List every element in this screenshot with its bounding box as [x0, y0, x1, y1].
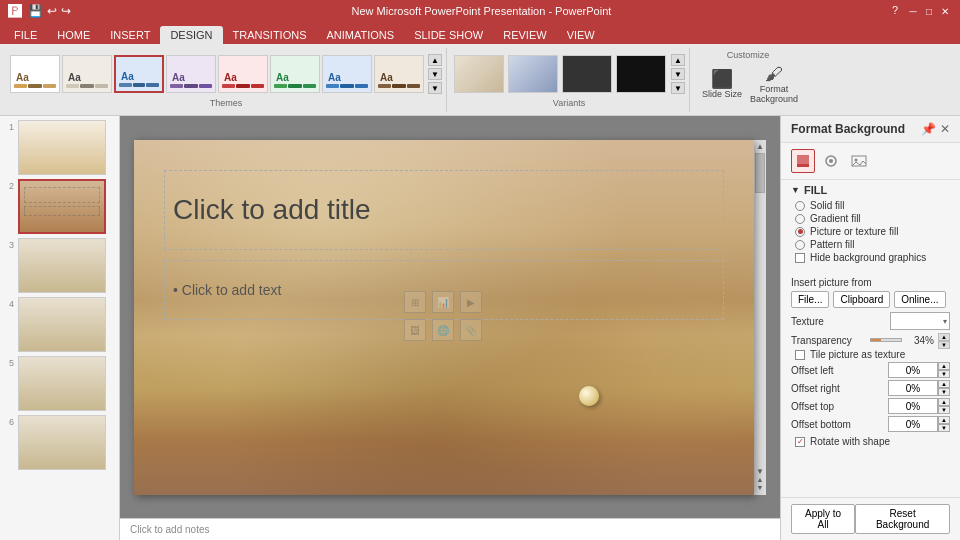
- restore-btn[interactable]: □: [922, 4, 936, 18]
- fill-icon-btn[interactable]: [791, 149, 815, 173]
- offset-right-up[interactable]: ▲: [938, 380, 950, 388]
- slide-preview-2[interactable]: [18, 179, 106, 234]
- undo-icon[interactable]: ↩: [47, 4, 57, 18]
- scroll-thumb[interactable]: [755, 153, 765, 193]
- offset-bottom-spinner[interactable]: ▲ ▼: [938, 416, 950, 432]
- offset-left-spinner[interactable]: ▲ ▼: [938, 362, 950, 378]
- theme-2[interactable]: Aa: [62, 55, 112, 93]
- offset-top-up[interactable]: ▲: [938, 398, 950, 406]
- variants-scroll-up[interactable]: ▲: [671, 54, 685, 66]
- themes-scroll-down[interactable]: ▼: [428, 68, 442, 80]
- offset-bottom-input[interactable]: 0%: [888, 416, 938, 432]
- slide-preview-4[interactable]: [18, 297, 106, 352]
- offset-left-down[interactable]: ▼: [938, 370, 950, 378]
- transparency-up[interactable]: ▲: [938, 333, 950, 341]
- themes-more[interactable]: ▼: [428, 82, 442, 94]
- slide-preview-5[interactable]: [18, 356, 106, 411]
- transparency-down[interactable]: ▼: [938, 341, 950, 349]
- slide-thumb-4[interactable]: 4: [4, 297, 115, 352]
- tab-animations[interactable]: ANIMATIONS: [317, 26, 405, 44]
- offset-left-up[interactable]: ▲: [938, 362, 950, 370]
- online-btn[interactable]: Online...: [894, 291, 945, 308]
- pan-up[interactable]: ▲: [757, 476, 764, 483]
- redo-icon[interactable]: ↪: [61, 4, 71, 18]
- variants-scroll-down[interactable]: ▼: [671, 68, 685, 80]
- texture-dropdown[interactable]: ▾: [890, 312, 950, 330]
- theme-6[interactable]: Aa: [270, 55, 320, 93]
- offset-top-down[interactable]: ▼: [938, 406, 950, 414]
- file-btn[interactable]: File...: [791, 291, 829, 308]
- offset-top-spinner[interactable]: ▲ ▼: [938, 398, 950, 414]
- tab-slideshow[interactable]: SLIDE SHOW: [404, 26, 493, 44]
- theme-7[interactable]: Aa: [322, 55, 372, 93]
- theme-8[interactable]: Aa: [374, 55, 424, 93]
- offset-right-down[interactable]: ▼: [938, 388, 950, 396]
- offset-bottom-up[interactable]: ▲: [938, 416, 950, 424]
- close-btn[interactable]: ✕: [938, 4, 952, 18]
- help-btn[interactable]: ?: [892, 4, 898, 18]
- transparency-slider[interactable]: [870, 338, 902, 342]
- pattern-fill-radio[interactable]: Pattern fill: [791, 239, 950, 250]
- variant-1[interactable]: [454, 55, 504, 93]
- variant-2[interactable]: [508, 55, 558, 93]
- rotate-row[interactable]: ✓ Rotate with shape: [791, 436, 950, 447]
- offset-top-input[interactable]: 0%: [888, 398, 938, 414]
- tab-view[interactable]: VIEW: [557, 26, 605, 44]
- picture-fill-radio[interactable]: Picture or texture fill: [791, 226, 950, 237]
- theme-4[interactable]: Aa: [166, 55, 216, 93]
- picture-icon-btn[interactable]: [847, 149, 871, 173]
- vertical-scrollbar[interactable]: ▲ ▼ ▲ ▼: [754, 140, 766, 495]
- format-background-ribbon-btn[interactable]: 🖌 FormatBackground: [750, 62, 798, 106]
- themes-scroll-up[interactable]: ▲: [428, 54, 442, 66]
- save-icon[interactable]: 💾: [28, 4, 43, 18]
- transparency-spinner[interactable]: ▲ ▼: [938, 333, 950, 347]
- icon-clip: 📎: [460, 319, 482, 341]
- scroll-up-btn[interactable]: ▲: [756, 142, 764, 151]
- effects-icon-btn[interactable]: [819, 149, 843, 173]
- slide-thumb-1[interactable]: 1: [4, 120, 115, 175]
- tab-transitions[interactable]: TRANSITIONS: [223, 26, 317, 44]
- scroll-down-btn[interactable]: ▼: [756, 467, 764, 476]
- gradient-fill-radio[interactable]: Gradient fill: [791, 213, 950, 224]
- theme-3[interactable]: Aa: [114, 55, 164, 93]
- slide-preview-3[interactable]: [18, 238, 106, 293]
- variants-more[interactable]: ▼: [671, 82, 685, 94]
- variant-4[interactable]: [616, 55, 666, 93]
- variant-3[interactable]: [562, 55, 612, 93]
- rotate-check: ✓: [795, 437, 805, 447]
- clipboard-btn[interactable]: Clipboard: [833, 291, 890, 308]
- tab-insert[interactable]: INSERT: [100, 26, 160, 44]
- reset-bg-btn[interactable]: Reset Background: [855, 504, 950, 534]
- notes-placeholder: Click to add notes: [130, 524, 210, 535]
- slide-size-icon: ⬛: [711, 68, 733, 90]
- offset-right-spinner[interactable]: ▲ ▼: [938, 380, 950, 396]
- slide-preview-1[interactable]: [18, 120, 106, 175]
- tab-home[interactable]: HOME: [47, 26, 100, 44]
- tab-review[interactable]: REVIEW: [493, 26, 556, 44]
- slide-preview-6[interactable]: [18, 415, 106, 470]
- notes-area[interactable]: Click to add notes: [120, 518, 780, 540]
- offset-left-input[interactable]: 0%: [888, 362, 938, 378]
- hide-bg-checkbox[interactable]: Hide background graphics: [791, 252, 950, 263]
- slide-title-placeholder[interactable]: Click to add title: [164, 170, 724, 250]
- slide-num-5: 5: [4, 356, 14, 368]
- tab-file[interactable]: FILE: [4, 26, 47, 44]
- pan-down[interactable]: ▼: [757, 484, 764, 491]
- slide-thumb-6[interactable]: 6: [4, 415, 115, 470]
- tab-design[interactable]: DESIGN: [160, 26, 222, 44]
- slide-size-btn[interactable]: ⬛ Slide Size: [698, 62, 746, 106]
- theme-5[interactable]: Aa: [218, 55, 268, 93]
- slide-thumb-3[interactable]: 3: [4, 238, 115, 293]
- minimize-btn[interactable]: ─: [906, 4, 920, 18]
- slide-thumb-2[interactable]: 2: [4, 179, 115, 234]
- tile-checkbox[interactable]: Tile picture as texture: [791, 349, 950, 360]
- solid-fill-radio[interactable]: Solid fill: [791, 200, 950, 211]
- panel-pin-btn[interactable]: 📌: [921, 122, 936, 136]
- slide-canvas[interactable]: Click to add title • Click to add text ⊞…: [134, 140, 754, 495]
- theme-1[interactable]: Aa: [10, 55, 60, 93]
- panel-close-btn[interactable]: ✕: [940, 122, 950, 136]
- apply-all-btn[interactable]: Apply to All: [791, 504, 855, 534]
- offset-bottom-down[interactable]: ▼: [938, 424, 950, 432]
- slide-thumb-5[interactable]: 5: [4, 356, 115, 411]
- offset-right-input[interactable]: 0%: [888, 380, 938, 396]
